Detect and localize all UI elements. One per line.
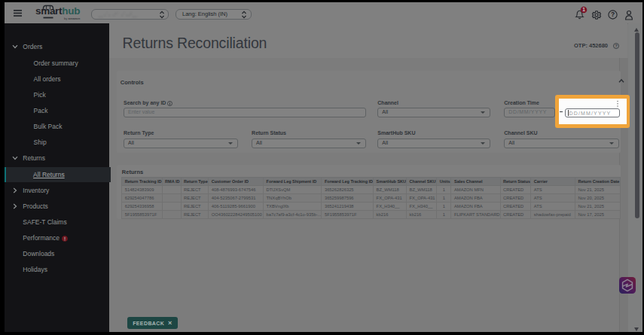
svg-text:1: 1 — [582, 7, 585, 12]
svg-text:?: ? — [611, 11, 615, 18]
svg-text:?: ? — [615, 44, 617, 48]
